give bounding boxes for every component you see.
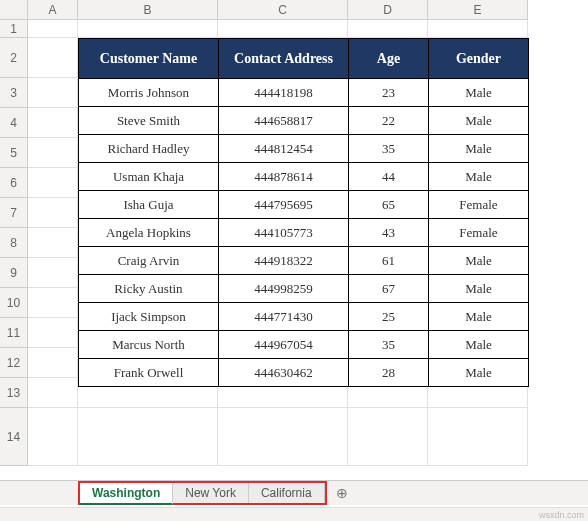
- row-header-8[interactable]: 8: [0, 228, 28, 258]
- table-cell[interactable]: 23: [349, 79, 429, 107]
- table-cell[interactable]: Male: [429, 331, 529, 359]
- row-header-10[interactable]: 10: [0, 288, 28, 318]
- table-cell[interactable]: 444658817: [219, 107, 349, 135]
- column-header-E[interactable]: E: [428, 0, 528, 20]
- row-header-11[interactable]: 11: [0, 318, 28, 348]
- cell[interactable]: [428, 408, 528, 466]
- sheet-tab[interactable]: New York: [173, 483, 249, 503]
- data-table[interactable]: Customer NameContact AddressAgeGender Mo…: [78, 38, 529, 387]
- cell[interactable]: [78, 408, 218, 466]
- row-header-3[interactable]: 3: [0, 78, 28, 108]
- cell[interactable]: [348, 408, 428, 466]
- table-cell[interactable]: 61: [349, 247, 429, 275]
- cell[interactable]: [28, 258, 78, 288]
- cell[interactable]: [28, 228, 78, 258]
- table-header-cell[interactable]: Gender: [429, 39, 529, 79]
- table-cell[interactable]: 25: [349, 303, 429, 331]
- table-cell[interactable]: 35: [349, 331, 429, 359]
- table-cell[interactable]: Marcus North: [79, 331, 219, 359]
- table-header-cell[interactable]: Age: [349, 39, 429, 79]
- cell[interactable]: [28, 198, 78, 228]
- cell[interactable]: [78, 20, 218, 38]
- column-header-A[interactable]: A: [28, 0, 78, 20]
- table-cell[interactable]: 444998259: [219, 275, 349, 303]
- table-cell[interactable]: 65: [349, 191, 429, 219]
- column-header-B[interactable]: B: [78, 0, 218, 20]
- table-cell[interactable]: Ijack Simpson: [79, 303, 219, 331]
- cell[interactable]: [28, 138, 78, 168]
- column-header-D[interactable]: D: [348, 0, 428, 20]
- table-cell[interactable]: Usman Khaja: [79, 163, 219, 191]
- table-cell[interactable]: Frank Orwell: [79, 359, 219, 387]
- cell[interactable]: [28, 408, 78, 466]
- row-header-1[interactable]: 1: [0, 20, 28, 38]
- table-cell[interactable]: 67: [349, 275, 429, 303]
- table-cell[interactable]: 444878614: [219, 163, 349, 191]
- table-cell[interactable]: Ricky Austin: [79, 275, 219, 303]
- cell[interactable]: [428, 20, 528, 38]
- table-cell[interactable]: Female: [429, 219, 529, 247]
- select-all-corner[interactable]: [0, 0, 28, 20]
- row-header-14[interactable]: 14: [0, 408, 28, 466]
- cell[interactable]: [28, 38, 78, 78]
- sheet-tab[interactable]: California: [249, 483, 325, 503]
- cell[interactable]: [28, 348, 78, 378]
- table-cell[interactable]: 22: [349, 107, 429, 135]
- table-cell[interactable]: Female: [429, 191, 529, 219]
- table-header-cell[interactable]: Customer Name: [79, 39, 219, 79]
- table-cell[interactable]: 444918322: [219, 247, 349, 275]
- table-row: Usman Khaja44487861444Male: [79, 163, 529, 191]
- cell[interactable]: [28, 108, 78, 138]
- row-header-4[interactable]: 4: [0, 108, 28, 138]
- table-cell[interactable]: Morris Johnson: [79, 79, 219, 107]
- sheet-tab[interactable]: Washington: [80, 483, 173, 505]
- table-cell[interactable]: Male: [429, 303, 529, 331]
- row-header-9[interactable]: 9: [0, 258, 28, 288]
- table-cell[interactable]: Male: [429, 247, 529, 275]
- table-cell[interactable]: 444418198: [219, 79, 349, 107]
- table-cell[interactable]: 43: [349, 219, 429, 247]
- table-header-cell[interactable]: Contact Address: [219, 39, 349, 79]
- row-header-7[interactable]: 7: [0, 198, 28, 228]
- cell[interactable]: [28, 78, 78, 108]
- table-cell[interactable]: Angela Hopkins: [79, 219, 219, 247]
- table-cell[interactable]: 444812454: [219, 135, 349, 163]
- table-cell[interactable]: 444795695: [219, 191, 349, 219]
- table-cell[interactable]: 444630462: [219, 359, 349, 387]
- table-cell[interactable]: Male: [429, 275, 529, 303]
- table-cell[interactable]: 28: [349, 359, 429, 387]
- cell[interactable]: [28, 168, 78, 198]
- table-cell[interactable]: Male: [429, 79, 529, 107]
- cell[interactable]: [28, 318, 78, 348]
- row-header-13[interactable]: 13: [0, 378, 28, 408]
- cell[interactable]: [28, 378, 78, 408]
- table-cell[interactable]: 35: [349, 135, 429, 163]
- table-cell[interactable]: Male: [429, 135, 529, 163]
- table-cell[interactable]: 444967054: [219, 331, 349, 359]
- row-header-5[interactable]: 5: [0, 138, 28, 168]
- table-cell[interactable]: Richard Hadley: [79, 135, 219, 163]
- row-header-2[interactable]: 2: [0, 38, 28, 78]
- new-sheet-button[interactable]: ⊕: [327, 481, 357, 505]
- table-cell[interactable]: 444771430: [219, 303, 349, 331]
- column-header-C[interactable]: C: [218, 0, 348, 20]
- table-cell[interactable]: 444105773: [219, 219, 349, 247]
- table-row: Marcus North44496705435Male: [79, 331, 529, 359]
- cell[interactable]: [28, 288, 78, 318]
- table-cell[interactable]: Male: [429, 359, 529, 387]
- cell[interactable]: [218, 408, 348, 466]
- cell[interactable]: [28, 20, 78, 38]
- table-cell[interactable]: Male: [429, 163, 529, 191]
- row-header-12[interactable]: 12: [0, 348, 28, 378]
- table-cell[interactable]: 44: [349, 163, 429, 191]
- row-header-6[interactable]: 6: [0, 168, 28, 198]
- watermark: wsxdn.com: [539, 510, 584, 520]
- cell[interactable]: [348, 20, 428, 38]
- table-cell[interactable]: Isha Guja: [79, 191, 219, 219]
- tab-nav-buttons[interactable]: [0, 481, 78, 505]
- table-cell[interactable]: Steve Smith: [79, 107, 219, 135]
- table-cell[interactable]: Craig Arvin: [79, 247, 219, 275]
- cell[interactable]: [218, 20, 348, 38]
- table-cell[interactable]: Male: [429, 107, 529, 135]
- spreadsheet-grid[interactable]: ABCDE 1234567891011121314 Customer NameC…: [0, 0, 588, 485]
